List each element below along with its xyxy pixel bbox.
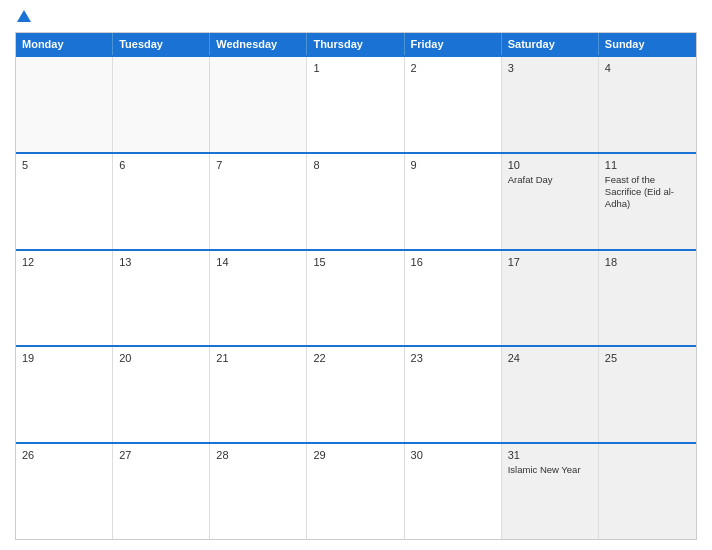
calendar-cell: 24 xyxy=(502,347,599,442)
weekday-header-saturday: Saturday xyxy=(502,33,599,55)
day-number: 30 xyxy=(411,449,495,461)
calendar-cell: 7 xyxy=(210,154,307,249)
day-number: 8 xyxy=(313,159,397,171)
calendar-body: 12345678910Arafat Day11Feast of the Sacr… xyxy=(16,55,696,539)
day-number: 19 xyxy=(22,352,106,364)
day-number: 18 xyxy=(605,256,690,268)
day-number: 27 xyxy=(119,449,203,461)
day-number: 24 xyxy=(508,352,592,364)
weekday-header-thursday: Thursday xyxy=(307,33,404,55)
calendar-cell xyxy=(16,57,113,152)
calendar-cell: 20 xyxy=(113,347,210,442)
calendar-cell: 26 xyxy=(16,444,113,539)
calendar-week-5: 262728293031Islamic New Year xyxy=(16,442,696,539)
day-number: 5 xyxy=(22,159,106,171)
calendar-week-3: 12131415161718 xyxy=(16,249,696,346)
calendar-cell xyxy=(599,444,696,539)
day-number: 22 xyxy=(313,352,397,364)
logo-triangle-icon xyxy=(17,10,31,22)
calendar-cell: 21 xyxy=(210,347,307,442)
event-label: Islamic New Year xyxy=(508,464,592,476)
calendar-cell: 27 xyxy=(113,444,210,539)
calendar-cell: 3 xyxy=(502,57,599,152)
calendar-cell: 6 xyxy=(113,154,210,249)
day-number: 25 xyxy=(605,352,690,364)
calendar-cell: 30 xyxy=(405,444,502,539)
day-number: 17 xyxy=(508,256,592,268)
day-number: 11 xyxy=(605,159,690,171)
day-number: 23 xyxy=(411,352,495,364)
calendar-header: MondayTuesdayWednesdayThursdayFridaySatu… xyxy=(16,33,696,55)
day-number: 9 xyxy=(411,159,495,171)
calendar-cell xyxy=(113,57,210,152)
weekday-header-monday: Monday xyxy=(16,33,113,55)
day-number: 29 xyxy=(313,449,397,461)
day-number: 21 xyxy=(216,352,300,364)
calendar-cell: 10Arafat Day xyxy=(502,154,599,249)
day-number: 3 xyxy=(508,62,592,74)
logo xyxy=(15,10,31,24)
calendar-cell: 8 xyxy=(307,154,404,249)
event-label: Feast of the Sacrifice (Eid al-Adha) xyxy=(605,174,690,211)
day-number: 6 xyxy=(119,159,203,171)
day-number: 2 xyxy=(411,62,495,74)
day-number: 28 xyxy=(216,449,300,461)
calendar-cell: 4 xyxy=(599,57,696,152)
calendar-cell: 25 xyxy=(599,347,696,442)
calendar-cell: 29 xyxy=(307,444,404,539)
day-number: 26 xyxy=(22,449,106,461)
day-number: 15 xyxy=(313,256,397,268)
calendar-week-2: 5678910Arafat Day11Feast of the Sacrific… xyxy=(16,152,696,249)
calendar-cell: 9 xyxy=(405,154,502,249)
day-number: 4 xyxy=(605,62,690,74)
calendar: MondayTuesdayWednesdayThursdayFridaySatu… xyxy=(15,32,697,540)
calendar-cell: 11Feast of the Sacrifice (Eid al-Adha) xyxy=(599,154,696,249)
day-number: 14 xyxy=(216,256,300,268)
calendar-week-1: 1234 xyxy=(16,55,696,152)
calendar-cell: 22 xyxy=(307,347,404,442)
calendar-cell: 15 xyxy=(307,251,404,346)
day-number: 10 xyxy=(508,159,592,171)
calendar-cell: 13 xyxy=(113,251,210,346)
calendar-cell: 23 xyxy=(405,347,502,442)
calendar-cell: 1 xyxy=(307,57,404,152)
calendar-cell: 18 xyxy=(599,251,696,346)
weekday-header-sunday: Sunday xyxy=(599,33,696,55)
page: MondayTuesdayWednesdayThursdayFridaySatu… xyxy=(0,0,712,550)
day-number: 31 xyxy=(508,449,592,461)
calendar-cell: 2 xyxy=(405,57,502,152)
day-number: 13 xyxy=(119,256,203,268)
calendar-cell: 31Islamic New Year xyxy=(502,444,599,539)
day-number: 12 xyxy=(22,256,106,268)
calendar-cell: 16 xyxy=(405,251,502,346)
event-label: Arafat Day xyxy=(508,174,592,186)
weekday-header-tuesday: Tuesday xyxy=(113,33,210,55)
calendar-cell xyxy=(210,57,307,152)
calendar-week-4: 19202122232425 xyxy=(16,345,696,442)
calendar-cell: 28 xyxy=(210,444,307,539)
calendar-cell: 19 xyxy=(16,347,113,442)
calendar-cell: 17 xyxy=(502,251,599,346)
day-number: 16 xyxy=(411,256,495,268)
calendar-cell: 14 xyxy=(210,251,307,346)
day-number: 20 xyxy=(119,352,203,364)
weekday-header-friday: Friday xyxy=(405,33,502,55)
day-number: 7 xyxy=(216,159,300,171)
calendar-cell: 5 xyxy=(16,154,113,249)
weekday-header-wednesday: Wednesday xyxy=(210,33,307,55)
calendar-cell: 12 xyxy=(16,251,113,346)
header xyxy=(15,10,697,24)
day-number: 1 xyxy=(313,62,397,74)
